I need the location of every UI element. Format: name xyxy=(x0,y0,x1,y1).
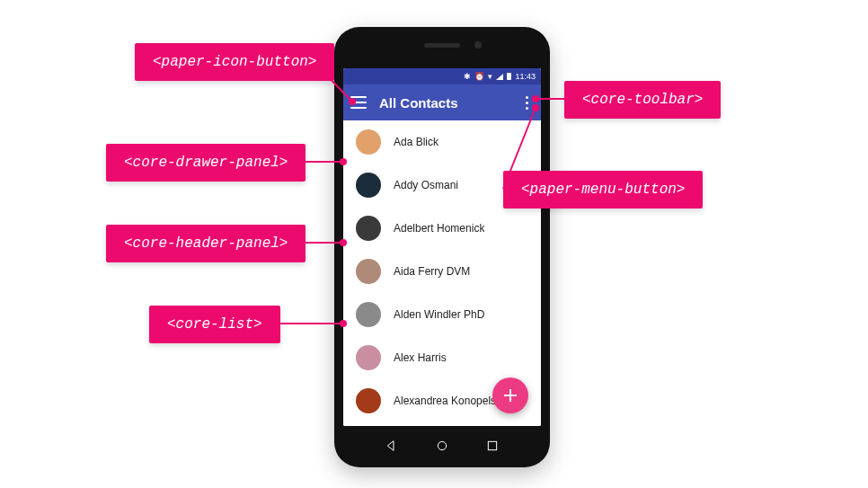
clock-text: 11:43 xyxy=(515,72,536,81)
list-item[interactable]: Ada Blick xyxy=(343,120,541,164)
avatar xyxy=(356,216,381,241)
callout-core-toolbar: <core-toolbar> xyxy=(564,81,721,119)
list-item[interactable]: Alden Windler PhD xyxy=(343,293,541,336)
contact-name: Alden Windler PhD xyxy=(394,308,484,321)
overflow-icon[interactable] xyxy=(520,93,534,113)
contact-name: Adelbert Homenick xyxy=(394,222,484,235)
contact-name: Ada Blick xyxy=(394,136,438,148)
menu-icon[interactable] xyxy=(350,96,367,109)
android-status-bar: ✱ ⏰ ▾ 11:43 xyxy=(343,68,541,84)
back-icon[interactable] xyxy=(385,439,399,453)
callout-core-list: <core-list> xyxy=(149,306,280,343)
contact-name: Addy Osmani xyxy=(394,179,458,191)
contact-name: Alex Harris xyxy=(394,351,447,364)
avatar xyxy=(356,388,381,413)
list-item[interactable]: Adelbert Homenick xyxy=(343,207,541,250)
list-item[interactable]: Alex Harris xyxy=(343,336,541,379)
avatar xyxy=(356,129,381,155)
callout-paper-menu-button: <paper-menu-button> xyxy=(503,171,703,209)
avatar xyxy=(356,302,381,327)
core-list: Ada Blick Addy Osmani Adelbert Homenick … xyxy=(343,120,541,426)
phone-camera xyxy=(474,41,482,49)
list-item[interactable]: Aida Ferry DVM xyxy=(343,250,541,293)
bluetooth-icon: ✱ xyxy=(464,72,471,81)
avatar xyxy=(356,345,381,370)
battery-icon xyxy=(507,73,511,80)
wifi-icon: ▾ xyxy=(488,72,492,81)
home-icon[interactable] xyxy=(435,439,449,453)
avatar xyxy=(356,259,381,284)
phone-frame: ✱ ⏰ ▾ 11:43 All Contacts Ada Blick xyxy=(334,27,550,467)
callout-core-drawer-panel: <core-drawer-panel> xyxy=(106,144,306,182)
phone-speaker xyxy=(424,43,460,48)
callout-core-header-panel: <core-header-panel> xyxy=(106,225,306,262)
recent-icon[interactable] xyxy=(485,439,500,453)
avatar xyxy=(356,173,381,198)
phone-screen: ✱ ⏰ ▾ 11:43 All Contacts Ada Blick xyxy=(343,68,541,426)
callout-paper-icon-button: <paper-icon-button> xyxy=(135,43,334,81)
android-soft-nav xyxy=(334,435,550,457)
contact-name: Aida Ferry DVM xyxy=(394,265,470,278)
fab-add-button[interactable] xyxy=(492,377,528,413)
signal-icon xyxy=(496,74,503,80)
core-toolbar: All Contacts xyxy=(343,84,541,120)
svg-rect-1 xyxy=(488,441,496,449)
alarm-icon: ⏰ xyxy=(474,72,484,81)
svg-point-0 xyxy=(438,441,446,449)
toolbar-title: All Contacts xyxy=(379,95,508,111)
